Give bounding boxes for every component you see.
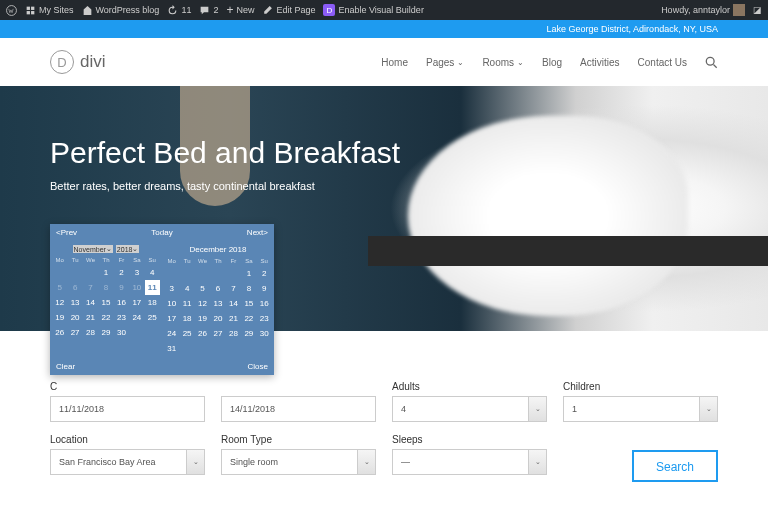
cal-day[interactable]: 9 bbox=[114, 280, 129, 295]
help-icon[interactable]: ◪ bbox=[753, 5, 762, 15]
cal-day[interactable]: 19 bbox=[52, 310, 67, 325]
cal-day[interactable]: 5 bbox=[195, 281, 210, 296]
cal-day[interactable]: 14 bbox=[226, 296, 241, 311]
cal-day[interactable]: 6 bbox=[210, 281, 225, 296]
cal-day[interactable]: 25 bbox=[145, 310, 160, 325]
cal-day[interactable]: 20 bbox=[210, 311, 225, 326]
site-name[interactable]: WordPress blog bbox=[82, 5, 160, 16]
my-sites[interactable]: My Sites bbox=[25, 5, 74, 16]
nav-pages[interactable]: Pages⌄ bbox=[426, 57, 464, 68]
cal-close[interactable]: Close bbox=[248, 362, 268, 371]
cal-day[interactable]: 18 bbox=[145, 295, 160, 310]
chevron-down-icon[interactable]: ⌄ bbox=[358, 449, 376, 475]
cal-day[interactable]: 2 bbox=[257, 266, 272, 281]
cal-day[interactable]: 3 bbox=[164, 281, 179, 296]
edit-page[interactable]: Edit Page bbox=[262, 5, 315, 16]
cal-day[interactable]: 18 bbox=[179, 311, 194, 326]
checkin-input[interactable] bbox=[50, 396, 205, 422]
adults-select[interactable] bbox=[392, 396, 529, 422]
cal-day[interactable]: 6 bbox=[67, 280, 82, 295]
children-select[interactable] bbox=[563, 396, 700, 422]
cal-day[interactable]: 24 bbox=[164, 326, 179, 341]
cal-day[interactable]: 7 bbox=[226, 281, 241, 296]
sleeps-select[interactable] bbox=[392, 449, 529, 475]
user-greeting[interactable]: Howdy, anntaylor bbox=[661, 4, 745, 16]
cal-day[interactable]: 1 bbox=[241, 266, 256, 281]
chevron-down-icon[interactable]: ⌄ bbox=[529, 449, 547, 475]
cal-day[interactable]: 30 bbox=[114, 325, 129, 340]
cal-day[interactable]: 16 bbox=[114, 295, 129, 310]
cal-day[interactable]: 10 bbox=[129, 280, 144, 295]
cal-day[interactable]: 13 bbox=[210, 296, 225, 311]
date-picker[interactable]: <Prev Today Next> November ⌄ 2018 ⌄ MoTu… bbox=[50, 224, 274, 375]
nav-blog[interactable]: Blog bbox=[542, 57, 562, 68]
month-select[interactable]: November ⌄ bbox=[73, 245, 113, 253]
cal-day[interactable]: 3 bbox=[129, 265, 144, 280]
cal-day[interactable]: 29 bbox=[241, 326, 256, 341]
cal-day[interactable]: 17 bbox=[129, 295, 144, 310]
cal-day[interactable]: 28 bbox=[83, 325, 98, 340]
cal-day[interactable]: 26 bbox=[195, 326, 210, 341]
cal-day[interactable]: 23 bbox=[114, 310, 129, 325]
cal-day[interactable]: 4 bbox=[179, 281, 194, 296]
cal-prev[interactable]: <Prev bbox=[56, 228, 77, 237]
cal-day[interactable]: 21 bbox=[83, 310, 98, 325]
cal-day[interactable]: 31 bbox=[164, 341, 179, 356]
cal-day[interactable]: 27 bbox=[67, 325, 82, 340]
comments[interactable]: 2 bbox=[199, 5, 218, 16]
cal-day[interactable]: 10 bbox=[164, 296, 179, 311]
cal-day[interactable]: 26 bbox=[52, 325, 67, 340]
chevron-down-icon[interactable]: ⌄ bbox=[529, 396, 547, 422]
search-button[interactable]: Search bbox=[632, 450, 718, 482]
cal-next[interactable]: Next> bbox=[247, 228, 268, 237]
cal-day[interactable]: 29 bbox=[98, 325, 113, 340]
checkout-input[interactable] bbox=[221, 396, 376, 422]
cal-day[interactable]: 24 bbox=[129, 310, 144, 325]
cal-day[interactable]: 8 bbox=[241, 281, 256, 296]
cal-day[interactable]: 12 bbox=[52, 295, 67, 310]
cal-day[interactable]: 30 bbox=[257, 326, 272, 341]
nav-rooms[interactable]: Rooms⌄ bbox=[482, 57, 524, 68]
location-select[interactable] bbox=[50, 449, 187, 475]
wp-logo[interactable] bbox=[6, 5, 17, 16]
cal-day[interactable]: 20 bbox=[67, 310, 82, 325]
cal-day[interactable]: 1 bbox=[98, 265, 113, 280]
logo[interactable]: D divi bbox=[50, 50, 106, 74]
nav-home[interactable]: Home bbox=[381, 57, 408, 68]
cal-day[interactable]: 11 bbox=[179, 296, 194, 311]
cal-day[interactable]: 14 bbox=[83, 295, 98, 310]
roomtype-select[interactable] bbox=[221, 449, 358, 475]
cal-day[interactable]: 5 bbox=[52, 280, 67, 295]
cal-day[interactable]: 22 bbox=[98, 310, 113, 325]
search-icon[interactable] bbox=[705, 56, 718, 69]
cal-day[interactable]: 8 bbox=[98, 280, 113, 295]
cal-day[interactable]: 12 bbox=[195, 296, 210, 311]
cal-day[interactable]: 2 bbox=[114, 265, 129, 280]
cal-day[interactable]: 22 bbox=[241, 311, 256, 326]
cal-day[interactable]: 21 bbox=[226, 311, 241, 326]
cal-day[interactable]: 17 bbox=[164, 311, 179, 326]
cal-day[interactable]: 23 bbox=[257, 311, 272, 326]
cal-day[interactable]: 27 bbox=[210, 326, 225, 341]
cal-day[interactable]: 25 bbox=[179, 326, 194, 341]
visual-builder[interactable]: DEnable Visual Builder bbox=[323, 4, 423, 16]
new-content[interactable]: +New bbox=[226, 3, 254, 17]
nav-activities[interactable]: Activities bbox=[580, 57, 619, 68]
cal-clear[interactable]: Clear bbox=[56, 362, 75, 371]
cal-day[interactable]: 19 bbox=[195, 311, 210, 326]
year-select[interactable]: 2018 ⌄ bbox=[116, 245, 140, 253]
cal-day[interactable]: 28 bbox=[226, 326, 241, 341]
nav-contact[interactable]: Contact Us bbox=[638, 57, 687, 68]
chevron-down-icon[interactable]: ⌄ bbox=[187, 449, 205, 475]
cal-day[interactable]: 16 bbox=[257, 296, 272, 311]
cal-day[interactable]: 7 bbox=[83, 280, 98, 295]
cal-day[interactable]: 11 bbox=[145, 280, 160, 295]
chevron-down-icon[interactable]: ⌄ bbox=[700, 396, 718, 422]
cal-day[interactable]: 4 bbox=[145, 265, 160, 280]
cal-day[interactable]: 13 bbox=[67, 295, 82, 310]
cal-day[interactable]: 9 bbox=[257, 281, 272, 296]
cal-today[interactable]: Today bbox=[151, 228, 172, 237]
cal-day[interactable]: 15 bbox=[241, 296, 256, 311]
cal-day[interactable]: 15 bbox=[98, 295, 113, 310]
updates[interactable]: 11 bbox=[167, 5, 191, 16]
